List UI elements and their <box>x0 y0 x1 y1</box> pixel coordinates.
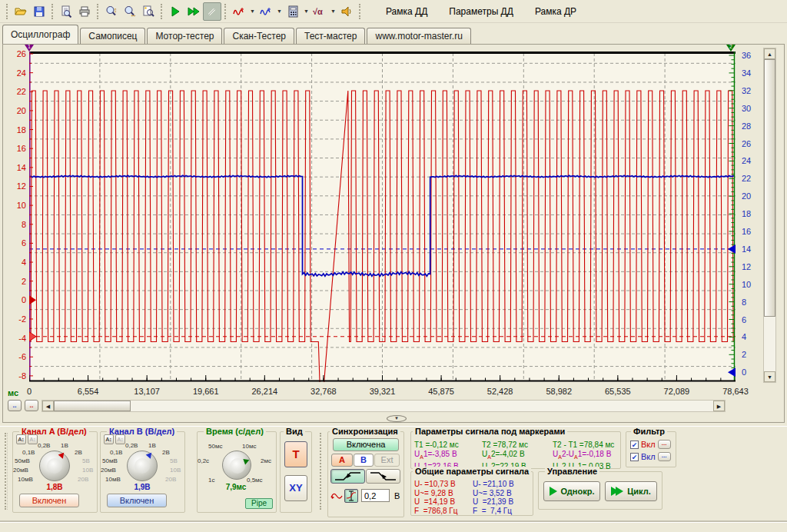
zoom-page-icon <box>142 5 154 18</box>
axis-label: 39,321 <box>358 387 407 396</box>
marker-2[interactable]: 2 <box>726 45 736 52</box>
pipe-button[interactable]: Pipe <box>245 498 273 509</box>
menu-ramka-dr[interactable]: Рамка ДР <box>524 6 587 17</box>
tab-recorder[interactable]: Самописец <box>80 28 145 44</box>
channel-a-scale-knob[interactable]: 0,1В 0,2В 1В 2В 5В 10В 20В 50мВ 20мВ 10м… <box>13 444 98 492</box>
scale-label: 0,1В <box>22 449 35 456</box>
calculator-button[interactable] <box>284 2 302 21</box>
filter-a-checkbox[interactable]: ✔ <box>630 441 639 449</box>
generator-b-dropdown[interactable]: ▼ <box>275 2 284 21</box>
zoom-horizontal-icon: ↔ <box>124 5 136 18</box>
axis-label: 65,535 <box>593 387 643 396</box>
tab-scan-tester[interactable]: Скан-Тестер <box>224 28 294 44</box>
filter-a-more-button[interactable]: ... <box>658 440 671 449</box>
math-functions-dropdown[interactable]: ▼ <box>329 2 337 21</box>
view-t-button[interactable]: T <box>284 441 307 467</box>
sync-source-b-button[interactable]: B <box>354 454 374 467</box>
start-cyclic-button[interactable] <box>184 2 203 21</box>
axis-label: 2 <box>6 277 26 286</box>
marker1-jump-button[interactable]: .. <box>8 400 22 411</box>
sync-source-ext-button[interactable]: Ext <box>374 454 400 467</box>
save-button[interactable] <box>30 2 48 21</box>
single-run-button[interactable]: Однокр. <box>543 481 600 501</box>
axis-label: 13,107 <box>122 387 171 396</box>
toolbar: ↕ ↔ ▼ ▼ ▼ √α ▼ Рамка ДД Параметры ДД Рам… <box>0 0 787 23</box>
level-mode-icon <box>345 490 357 502</box>
horizontal-scroll-thumb[interactable] <box>54 401 131 411</box>
start-single-button[interactable] <box>166 2 184 21</box>
toolbar-grip[interactable] <box>359 4 361 19</box>
vertical-scrollbar[interactable]: ▲ ▼ <box>763 48 776 383</box>
knob-dial[interactable] <box>222 451 251 480</box>
sync-level-input[interactable] <box>361 489 390 502</box>
sound-button[interactable] <box>337 2 356 21</box>
filter-b-more-button[interactable]: ... <box>658 452 671 461</box>
scale-label: 5В <box>82 457 90 464</box>
scroll-left-button[interactable]: ◀ <box>42 401 54 411</box>
marker-1[interactable]: 1 <box>25 45 34 52</box>
generator-b-button[interactable] <box>257 2 275 21</box>
edit-button-disabled[interactable] <box>203 2 221 21</box>
calculator-dropdown[interactable]: ▼ <box>302 2 310 21</box>
sync-rising-edge-button[interactable] <box>330 469 365 484</box>
zoom-page-button[interactable] <box>139 2 158 21</box>
generator-a-dropdown[interactable]: ▼ <box>248 2 257 21</box>
axis-label: 26 <box>6 49 26 58</box>
filter-b-checkbox[interactable]: ✔ <box>630 453 639 461</box>
tab-website[interactable]: www.motor-master.ru <box>367 28 470 44</box>
channel-b-autoscale2-button[interactable]: A↕ <box>115 434 125 444</box>
collapse-panel-button[interactable]: ▼ <box>387 415 407 422</box>
tab-motor-tester[interactable]: Мотор-тестер <box>147 28 222 44</box>
sync-enabled-button[interactable]: Включена <box>333 438 399 451</box>
scroll-up-button[interactable]: ▲ <box>764 48 775 59</box>
marker2-jump-button[interactable]: .. <box>25 400 38 411</box>
horizontal-scrollbar[interactable]: ◀ ▶ <box>42 400 726 412</box>
toolbar-grip[interactable] <box>224 4 227 19</box>
tab-oscilloscope[interactable]: Осциллограф <box>2 25 78 44</box>
sync-mode-wave-button[interactable] <box>330 489 344 503</box>
channel-a-autoscale2-button[interactable]: A↕ <box>28 434 38 444</box>
timebase-knob[interactable]: 50мс 10мс 2мс 0,5мс 1с 0,2с 7,9мс <box>198 444 277 492</box>
single-run-label: Однокр. <box>561 487 595 496</box>
generator-a-button[interactable] <box>230 2 248 21</box>
zoom-horizontal-button[interactable]: ↔ <box>121 2 139 21</box>
channel-b-autoscale-button[interactable]: A↕ <box>104 434 114 444</box>
open-file-button[interactable] <box>12 2 30 21</box>
axis-label: 22 <box>742 174 762 183</box>
print-button[interactable] <box>75 2 94 21</box>
menu-ramka-dd[interactable]: Рамка ДД <box>375 6 438 17</box>
sync-level-mode-button[interactable] <box>344 489 358 503</box>
tab-test-master[interactable]: Тест-мастер <box>296 28 365 44</box>
scale-label: 2В <box>162 449 170 456</box>
marker-param-value: T1 =-0,12 мс <box>414 441 482 450</box>
axis-label: -6 <box>6 352 26 361</box>
view-group: Вид T XY <box>280 431 312 513</box>
toolbar-grip[interactable] <box>51 4 54 19</box>
cycle-run-button[interactable]: Цикл. <box>605 481 657 501</box>
scroll-right-button[interactable]: ▶ <box>713 401 725 411</box>
channel-a-autoscale-button[interactable]: A↕ <box>16 434 26 444</box>
vertical-scroll-thumb[interactable] <box>764 59 775 317</box>
marker-param-value: UA1=-3,85 В <box>414 450 482 462</box>
toolbar-grip[interactable] <box>161 4 163 19</box>
sync-falling-edge-button[interactable] <box>366 469 400 484</box>
axis-label: 32 <box>742 86 762 95</box>
zoom-vertical-button[interactable]: ↕ <box>102 2 121 21</box>
scale-label: 10В <box>170 467 181 474</box>
scale-label: 10мВ <box>105 476 121 483</box>
toolbar-grip[interactable] <box>97 4 99 19</box>
waveform-canvas[interactable] <box>29 52 736 382</box>
math-functions-button[interactable]: √α <box>310 2 329 21</box>
panel-grip[interactable] <box>5 433 8 510</box>
menu-parametry-dd[interactable]: Параметры ДД <box>438 6 524 17</box>
channel-b-enabled-button[interactable]: Включен <box>107 494 167 507</box>
scroll-down-button[interactable]: ▼ <box>764 371 775 382</box>
calculator-icon <box>287 5 299 18</box>
channel-a-enabled-button[interactable]: Включен <box>19 494 79 507</box>
toolbar-grip[interactable] <box>6 4 8 19</box>
print-preview-button[interactable] <box>57 2 75 21</box>
sync-source-a-button[interactable]: A <box>331 454 353 467</box>
channel-b-scale-knob[interactable]: 0,1В 0,2В 1В 2В 5В 10В 20В 50мВ 20мВ 10м… <box>101 444 186 492</box>
svg-text:√α: √α <box>313 7 323 16</box>
view-xy-button[interactable]: XY <box>284 475 307 501</box>
